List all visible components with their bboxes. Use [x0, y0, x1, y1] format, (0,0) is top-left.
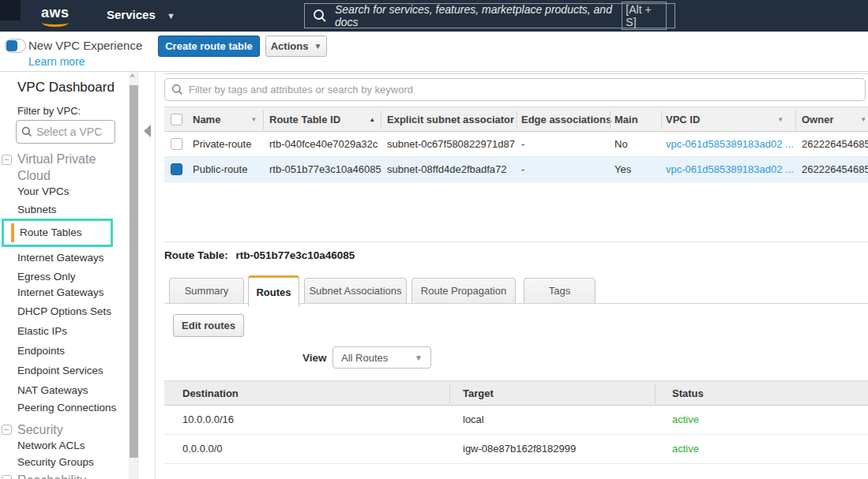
global-search[interactable]: Search for services, features, marketpla…: [304, 3, 675, 28]
tab-routes[interactable]: Routes: [248, 275, 299, 307]
cell-explicit-subnet: subnet-08ffd4de2fbadfa72: [387, 163, 507, 175]
igw-target-link[interactable]: igw-08e87b162f8182999: [463, 443, 576, 455]
detail-title-label: Route Table:: [164, 249, 228, 261]
select-all-checkbox[interactable]: [171, 114, 182, 125]
subheader: New VPC Experience Learn more Create rou…: [0, 32, 868, 72]
collapse-section-icon[interactable]: −: [2, 155, 12, 165]
aws-smile-icon: [42, 18, 69, 27]
scrollbar-thumb[interactable]: [130, 85, 138, 458]
vpc-id-link[interactable]: vpc-061d585389183ad02 ...: [666, 138, 794, 150]
section-reachability[interactable]: Reachability: [17, 472, 120, 479]
active-item-marker: [11, 223, 14, 242]
actions-button[interactable]: Actions ▼: [265, 36, 327, 57]
sort-icon-vpc-id[interactable]: ▾: [779, 115, 783, 123]
cell-owner: 262226454685: [802, 163, 868, 175]
learn-more-link[interactable]: Learn more: [28, 55, 85, 68]
sidebar-item-internet-gateways[interactable]: Internet Gateways: [17, 252, 104, 264]
table-filter-placeholder: Filter by tags and attributes or search …: [189, 84, 413, 95]
row-checkbox-checked[interactable]: [171, 163, 182, 175]
section-security[interactable]: Security: [17, 421, 120, 438]
column-header-name[interactable]: Name: [193, 114, 220, 125]
column-header-edge-associations[interactable]: Edge associations: [521, 114, 611, 125]
cell-main: No: [614, 138, 628, 150]
sidebar-item-security-groups[interactable]: Security Groups: [17, 456, 94, 468]
column-header-route-table-id[interactable]: Route Table ID: [269, 114, 340, 125]
table-filter-input[interactable]: Filter by tags and attributes or search …: [164, 78, 866, 101]
main-panel: Filter by tags and attributes or search …: [155, 72, 868, 479]
cell-route-table-id: rtb-040fce40e7029a32c: [269, 138, 378, 150]
section-virtual-private-cloud[interactable]: Virtual Private Cloud: [17, 151, 120, 184]
row-checkbox[interactable]: [171, 138, 182, 150]
scroll-up-arrow[interactable]: ^: [130, 73, 134, 82]
cell-name: Private-route: [193, 138, 251, 150]
sidebar-item-egress-only-internet-gateways[interactable]: Egress Only Internet Gateways: [17, 269, 112, 301]
view-label: View: [302, 352, 327, 364]
cell-route-table-id: rtb-051b77e3c10a46085: [269, 163, 381, 175]
vpc-id-link[interactable]: vpc-061d585389183ad02 ...: [666, 163, 794, 175]
cell-edge-associations: -: [521, 163, 524, 175]
aws-logo[interactable]: aws: [41, 5, 73, 27]
column-header-main[interactable]: Main: [614, 114, 638, 125]
table-row-private-route[interactable]: Private-route rtb-040fce40e7029a32c subn…: [164, 132, 868, 157]
edit-routes-button[interactable]: Edit routes: [173, 314, 244, 337]
sidebar: VPC Dashboard Filter by VPC: Select a VP…: [0, 72, 155, 479]
sidebar-item-route-tables[interactable]: Route Tables: [2, 219, 113, 247]
select-vpc-placeholder: Select a VPC: [36, 125, 102, 138]
sidebar-item-elastic-ips[interactable]: Elastic IPs: [17, 325, 67, 337]
sidebar-item-your-vpcs[interactable]: Your VPCs: [17, 185, 70, 197]
status-badge: active: [672, 414, 699, 425]
sidebar-item-dhcp-options-sets[interactable]: DHCP Options Sets: [17, 305, 111, 317]
sort-icon-route-table-id[interactable]: ▴: [370, 115, 374, 123]
column-divider: [381, 110, 381, 129]
search-shortcut-badge: [Alt + S]: [622, 2, 667, 30]
search-icon: [21, 126, 32, 137]
create-route-table-button[interactable]: Create route table: [158, 36, 260, 57]
column-divider: [263, 110, 264, 129]
tab-summary[interactable]: Summary: [169, 278, 244, 304]
column-divider: [517, 110, 517, 129]
cell-explicit-subnet: subnet-0c67f580822971d87: [387, 138, 515, 150]
column-divider: [795, 110, 796, 129]
chevron-down-icon: ▼: [314, 42, 321, 51]
cell-target: local: [463, 414, 484, 425]
route-tables-header-row: Name ▾ Route Table ID ▴ Explicit subnet …: [164, 107, 868, 132]
sort-icon-owner[interactable]: ▾: [862, 115, 866, 123]
toggle-knob: [6, 40, 17, 51]
sidebar-item-peering-connections[interactable]: Peering Connections: [17, 402, 116, 414]
services-menu[interactable]: Services ▼: [107, 8, 175, 21]
tab-tags[interactable]: Tags: [524, 278, 596, 304]
collapse-section-icon[interactable]: −: [2, 475, 12, 479]
detail-title-value: rtb-051b77e3c10a46085: [236, 249, 355, 261]
select-vpc-input[interactable]: Select a VPC: [16, 120, 115, 144]
chevron-down-icon: ▼: [415, 354, 423, 362]
services-label: Services: [107, 8, 156, 21]
sidebar-collapse-arrow[interactable]: [144, 125, 151, 137]
sidebar-item-nat-gateways[interactable]: NAT Gateways: [17, 384, 88, 396]
sidebar-item-endpoint-services[interactable]: Endpoint Services: [17, 365, 103, 376]
sort-icon-name[interactable]: ▾: [252, 115, 256, 123]
column-header-status: Status: [672, 387, 704, 399]
column-divider: [610, 110, 611, 129]
column-divider: [655, 384, 656, 403]
column-header-vpc-id[interactable]: VPC ID: [666, 114, 700, 125]
cell-edge-associations: -: [521, 138, 524, 150]
table-row-public-route[interactable]: Public-route rtb-051b77e3c10a46085 subne…: [164, 157, 868, 182]
sidebar-item-subnets[interactable]: Subnets: [17, 204, 57, 215]
sidebar-item-endpoints[interactable]: Endpoints: [17, 345, 65, 357]
view-dropdown[interactable]: All Routes ▼: [333, 346, 431, 369]
filter-by-vpc-label: Filter by VPC:: [17, 105, 81, 117]
tab-subnet-associations[interactable]: Subnet Associations: [304, 278, 407, 304]
routes-header-row: Destination Target Status: [164, 380, 868, 406]
sidebar-item-network-acls[interactable]: Network ACLs: [17, 440, 85, 451]
collapse-section-icon[interactable]: −: [2, 425, 12, 435]
new-vpc-experience-label: New VPC Experience: [28, 39, 142, 52]
column-header-explicit-subnet[interactable]: Explicit subnet associator: [387, 114, 514, 125]
cell-name: Public-route: [193, 163, 247, 175]
window-corner: [0, 0, 21, 21]
tab-route-propagation[interactable]: Route Propagation: [411, 278, 516, 304]
cell-main: Yes: [614, 163, 631, 175]
sidebar-scrollbar[interactable]: ^: [129, 72, 139, 479]
column-header-owner[interactable]: Owner: [802, 114, 833, 125]
new-vpc-experience-toggle[interactable]: [5, 39, 26, 53]
route-row-igw: 0.0.0.0/0 igw-08e87b162f8182999 active: [164, 435, 868, 464]
